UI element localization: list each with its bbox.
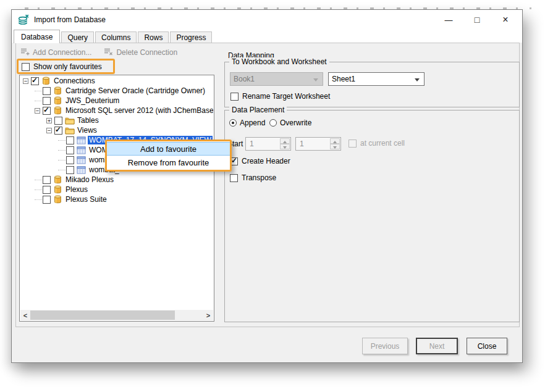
database-icon (53, 175, 63, 185)
at-current-cell-checkbox[interactable]: at current cell (349, 139, 405, 148)
tree-item-label: Views (76, 126, 98, 135)
view-icon (76, 136, 87, 144)
scrollbar-thumb[interactable] (30, 311, 175, 320)
horizontal-scrollbar[interactable]: < > (20, 310, 213, 320)
tab-rows[interactable]: Rows (138, 31, 169, 43)
app-icon (17, 14, 30, 26)
scroll-right-icon[interactable]: > (203, 310, 213, 320)
tree-checkbox[interactable] (43, 176, 51, 184)
menu-item-add-to-favourite[interactable]: Add to favourite (107, 142, 230, 156)
tree-checkbox[interactable] (31, 77, 39, 85)
tree-checkbox[interactable] (43, 107, 51, 115)
checkbox-box (349, 140, 357, 148)
tree-guide (58, 170, 65, 170)
tree-guide (35, 101, 42, 101)
minimize-button[interactable]: — (434, 10, 463, 30)
start-column-spinner[interactable]: 1 (295, 137, 341, 151)
worksheet-combo[interactable]: Sheet1 (328, 72, 425, 86)
chevron-down-icon (313, 78, 318, 81)
database-icon (53, 106, 63, 115)
checkbox-box (22, 63, 30, 71)
tree-guide (58, 150, 65, 151)
spin-down-icon[interactable] (330, 144, 340, 149)
tree-item[interactable]: −Microsoft SQL server 2012 (with JChemBa… (20, 106, 213, 115)
delete-connection-icon (104, 48, 113, 57)
collapse-icon[interactable]: − (23, 78, 28, 84)
append-radio[interactable]: Append (229, 119, 265, 127)
data-placement-group: Data Placement Append Overwrite Start 1 … (224, 110, 520, 322)
menu-item-remove-from-favourite[interactable]: Remove from favourite (107, 156, 230, 169)
tree-item-label: Tables (76, 116, 100, 125)
tree-item[interactable]: +Tables (20, 115, 213, 125)
spin-down-icon[interactable] (280, 144, 290, 149)
tree-item[interactable]: JWS_Deuterium (20, 96, 213, 106)
scroll-left-icon[interactable]: < (20, 310, 30, 320)
tree-item-label: Plexus (64, 185, 89, 194)
tree-checkbox[interactable] (43, 97, 51, 105)
next-button[interactable]: Next (416, 338, 458, 354)
delete-connection-button[interactable]: Delete Connection (104, 48, 177, 57)
tree-guide (35, 199, 42, 200)
show-only-favourites-checkbox[interactable]: Show only favourites (22, 62, 102, 71)
tab-progress[interactable]: Progress (170, 31, 212, 43)
collapse-icon[interactable]: − (46, 128, 52, 133)
tree-item[interactable]: Mikado Plexus (20, 175, 213, 185)
database-icon (41, 76, 51, 86)
previous-button[interactable]: Previous (362, 338, 408, 354)
radio-circle (229, 119, 237, 127)
view-icon (76, 166, 87, 174)
workbook-combo[interactable]: Book1 (230, 72, 323, 86)
tab-columns[interactable]: Columns (95, 31, 137, 43)
tree-checkbox[interactable] (66, 146, 74, 154)
data-placement-title: Data Placement (229, 106, 287, 114)
tree-item-label: JWS_Deuterium (64, 96, 120, 105)
spinner-buttons (280, 138, 290, 149)
close-dialog-button[interactable]: Close (467, 338, 507, 354)
collapse-icon[interactable]: − (35, 108, 40, 114)
tree-item[interactable]: Plexus Suite (20, 194, 213, 204)
add-connection-button[interactable]: Add Connection... (20, 48, 91, 57)
workbook-group-title: To Workbook and Worksheet (229, 57, 329, 66)
tab-database[interactable]: Database (14, 30, 60, 43)
create-header-checkbox[interactable]: Create Header (230, 157, 290, 165)
tree-item[interactable]: Cartridge Server Oracle (Cartridge Owner… (20, 86, 213, 96)
tree-checkbox[interactable] (54, 117, 62, 125)
tree-item[interactable]: −Views (20, 125, 213, 135)
tree-checkbox[interactable] (66, 166, 74, 174)
tree-checkbox[interactable] (66, 136, 74, 144)
spin-up-icon[interactable] (330, 138, 340, 144)
tree-checkbox[interactable] (66, 156, 74, 164)
view-icon (76, 146, 87, 154)
tree-item-label: Connections (53, 77, 96, 85)
spin-up-icon[interactable] (280, 138, 290, 144)
transpose-checkbox[interactable]: Transpose (230, 173, 276, 182)
tab-strip: DatabaseQueryColumnsRowsProgress (12, 30, 522, 43)
delete-connection-label: Delete Connection (116, 48, 177, 57)
overwrite-radio[interactable]: Overwrite (269, 119, 311, 127)
add-connection-label: Add Connection... (33, 48, 91, 57)
close-window-button[interactable]: × (491, 10, 520, 30)
tree-item[interactable]: −Connections (20, 76, 213, 86)
at-current-cell-label: at current cell (360, 139, 405, 148)
tree-guide (35, 91, 42, 91)
expand-icon[interactable]: + (46, 118, 52, 123)
tree-item[interactable]: Plexus (20, 185, 213, 194)
connection-toolbar: Add Connection... Delete Connection (20, 48, 177, 57)
tree-guide (58, 160, 65, 161)
tree-checkbox[interactable] (54, 127, 62, 135)
database-icon (53, 185, 63, 194)
rename-target-worksheet-checkbox[interactable]: Rename Target Worksheet (230, 92, 330, 101)
connections-tree-panel: −ConnectionsCartridge Server Oracle (Car… (19, 75, 214, 322)
create-header-label: Create Header (242, 157, 290, 165)
database-icon (53, 86, 63, 96)
tree-checkbox[interactable] (43, 186, 51, 194)
context-menu: Add to favouriteRemove from favourite (107, 141, 230, 170)
tab-query[interactable]: Query (61, 31, 94, 43)
start-row-value: 1 (250, 140, 254, 148)
maximize-button[interactable]: □ (463, 10, 491, 30)
start-row-spinner[interactable]: 1 (245, 137, 291, 151)
tree-checkbox[interactable] (43, 87, 51, 95)
tree-checkbox[interactable] (43, 196, 51, 204)
tree-item-label: Plexus Suite (64, 195, 108, 204)
tree-guide (35, 180, 42, 180)
